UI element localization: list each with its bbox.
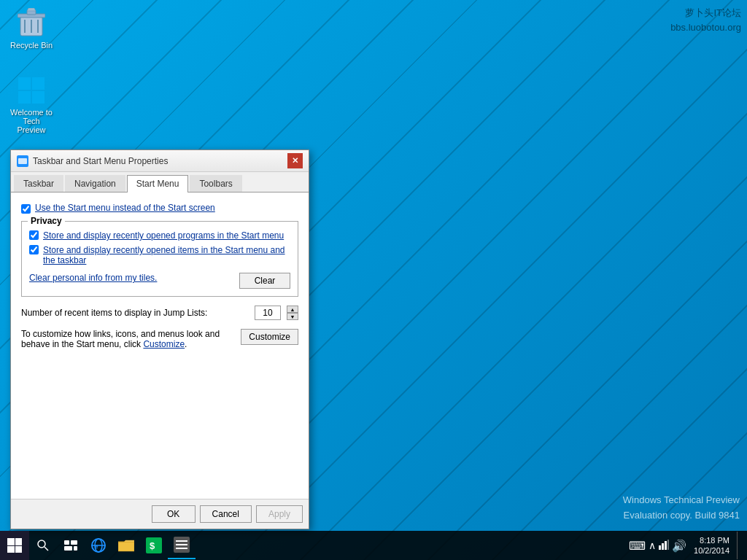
jump-list-label: Number of recent items to display in Jum… xyxy=(21,308,249,318)
privacy-item-1-row: Store and display recently opened items … xyxy=(29,245,290,265)
customize-row: To customize how links, icons, and menus… xyxy=(21,329,298,349)
use-start-menu-checkbox[interactable] xyxy=(21,204,31,214)
tab-start-menu[interactable]: Start Menu xyxy=(127,175,189,192)
tab-navigation[interactable]: Navigation xyxy=(65,175,125,192)
cancel-button[interactable]: Cancel xyxy=(200,505,252,523)
overflow-button[interactable]: ∧ xyxy=(649,540,656,551)
dialog-title-icon xyxy=(17,155,28,167)
taskbar-store-app[interactable]: $ xyxy=(140,532,168,559)
taskbar-ie-app[interactable]: e xyxy=(85,532,112,559)
customize-link[interactable]: Customize xyxy=(143,339,185,349)
recycle-bin-icon[interactable]: Recycle Bin xyxy=(6,6,57,52)
svg-rect-11 xyxy=(64,540,69,545)
apply-button[interactable]: Apply xyxy=(256,505,303,523)
svg-rect-8 xyxy=(18,158,27,164)
welcome-tech-preview-icon[interactable]: Welcome to Tech Preview xyxy=(6,73,57,137)
svg-marker-6 xyxy=(27,8,36,11)
use-start-menu-row: Use the Start menu instead of the Start … xyxy=(21,203,298,214)
tab-taskbar[interactable]: Taskbar xyxy=(14,175,63,192)
svg-rect-28 xyxy=(667,540,669,550)
clear-button[interactable]: Clear xyxy=(239,273,290,289)
network-icon[interactable] xyxy=(659,540,669,552)
dialog-title: Taskbar and Start Menu Properties xyxy=(33,156,287,166)
task-view-button[interactable] xyxy=(57,532,85,559)
watermark-line2: bbs.luobotou.org xyxy=(670,20,741,35)
taskbar-properties-dialog: Taskbar and Start Menu Properties ✕ Task… xyxy=(10,149,309,529)
taskbar-clock[interactable]: 8:18 PM 10/2/2014 xyxy=(689,535,734,556)
tab-toolbars[interactable]: Toolbars xyxy=(190,175,241,192)
eval-text: Windows Technical Preview Evaluation cop… xyxy=(623,493,740,524)
clock-time: 8:18 PM xyxy=(694,535,729,545)
spin-down-button[interactable]: ▼ xyxy=(287,313,298,320)
svg-rect-24 xyxy=(176,548,187,549)
svg-line-10 xyxy=(44,547,48,551)
win-logo-image xyxy=(17,76,46,105)
customize-button[interactable]: Customize xyxy=(241,329,298,345)
jump-list-input[interactable] xyxy=(255,306,281,320)
customize-text-content: To customize how links, icons, and menus… xyxy=(21,329,220,349)
keyboard-icon[interactable]: ⌨ xyxy=(629,539,646,553)
taskbar: e $ ⌨ xyxy=(0,531,747,560)
clear-text[interactable]: Clear personal info from my tiles. xyxy=(29,273,232,283)
customize-text: To customize how links, icons, and menus… xyxy=(21,329,233,349)
clear-row: Clear personal info from my tiles. Clear xyxy=(29,273,290,289)
dialog-close-button[interactable]: ✕ xyxy=(287,153,303,168)
watermark-line1: 萝卜头IT论坛 xyxy=(670,6,741,20)
svg-rect-27 xyxy=(665,541,667,550)
jump-list-row: Number of recent items to display in Jum… xyxy=(21,306,298,320)
dialog-footer: OK Cancel Apply xyxy=(11,499,309,529)
svg-rect-23 xyxy=(176,544,187,545)
privacy-label: Privacy xyxy=(28,216,65,226)
privacy-items-checkbox[interactable] xyxy=(29,245,39,254)
svg-point-9 xyxy=(38,540,45,548)
clock-date: 10/2/2014 xyxy=(694,545,729,556)
svg-text:e: e xyxy=(95,543,98,550)
show-desktop-button[interactable] xyxy=(737,532,741,559)
taskbar-settings-app[interactable] xyxy=(168,532,196,559)
privacy-item-0-row: Store and display recently opened progra… xyxy=(29,230,290,241)
desktop: 萝卜头IT论坛 bbs.luobotou.org Recycle Bin xyxy=(0,0,747,560)
taskbar-folder-app[interactable] xyxy=(112,532,140,559)
privacy-programs-checkbox[interactable] xyxy=(29,230,39,240)
spin-up-button[interactable]: ▲ xyxy=(287,306,298,313)
use-start-menu-label[interactable]: Use the Start menu instead of the Start … xyxy=(35,203,215,213)
privacy-group: Privacy Store and display recently opene… xyxy=(21,221,298,297)
ok-button[interactable]: OK xyxy=(152,505,196,523)
jump-list-spinner: ▲ ▼ xyxy=(287,306,298,320)
eval-line2: Evaluation copy. Build 9841 xyxy=(623,508,740,524)
taskbar-right: ⌨ ∧ 🔊 8:18 PM 10/2/2014 xyxy=(629,532,747,559)
privacy-items-label[interactable]: Store and display recently opened items … xyxy=(43,245,290,265)
dialog-content: Use the Start menu instead of the Start … xyxy=(11,192,309,499)
svg-rect-26 xyxy=(662,543,664,550)
privacy-programs-label[interactable]: Store and display recently opened progra… xyxy=(43,230,284,241)
volume-icon[interactable]: 🔊 xyxy=(672,539,686,553)
svg-rect-22 xyxy=(176,540,187,542)
start-button[interactable] xyxy=(0,531,29,560)
svg-rect-12 xyxy=(71,540,77,545)
dialog-tabs: Taskbar Navigation Start Menu Toolbars xyxy=(11,172,309,192)
welcome-label: Welcome to Tech Preview xyxy=(9,108,54,134)
svg-text:$: $ xyxy=(150,540,155,551)
svg-rect-14 xyxy=(74,546,77,551)
svg-rect-25 xyxy=(659,545,661,550)
start-logo xyxy=(7,538,22,553)
recycle-bin-image xyxy=(17,9,46,38)
svg-rect-13 xyxy=(64,546,72,551)
search-button[interactable] xyxy=(29,532,57,559)
dialog-titlebar: Taskbar and Start Menu Properties ✕ xyxy=(11,150,309,172)
watermark: 萝卜头IT论坛 bbs.luobotou.org xyxy=(670,6,741,34)
eval-line1: Windows Technical Preview xyxy=(623,493,740,508)
recycle-bin-label: Recycle Bin xyxy=(10,41,53,50)
